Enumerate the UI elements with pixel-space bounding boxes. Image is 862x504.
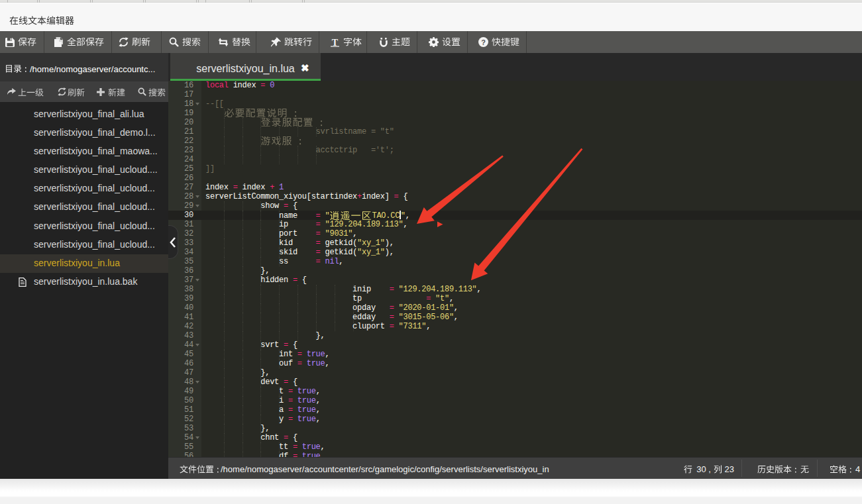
svg-text:?: ? [481,38,486,46]
svg-text:T: T [332,38,339,47]
